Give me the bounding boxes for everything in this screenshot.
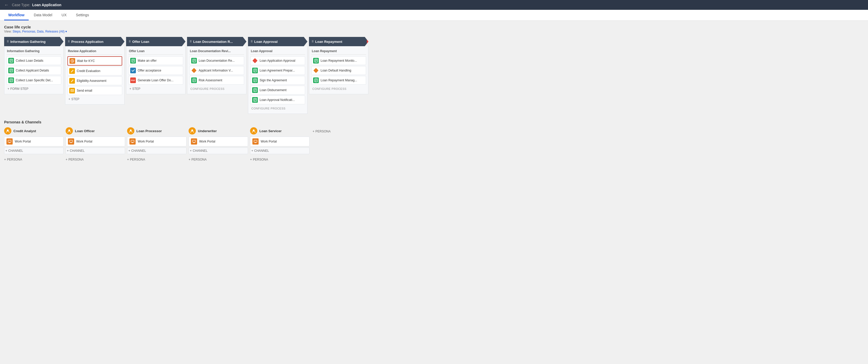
step-offer-acceptance[interactable]: Offer acceptance: [128, 66, 183, 75]
step-make-an-offer[interactable]: Make an offer: [128, 56, 183, 65]
tab-data-model[interactable]: Data Model: [30, 10, 57, 21]
step-loan-repayment-management[interactable]: Loan Repayment Manag...: [311, 76, 366, 85]
add-persona-button-right[interactable]: + PERSONA: [312, 128, 332, 134]
add-persona-bottom-5[interactable]: + PERSONA: [250, 157, 309, 162]
plus-icon: +: [127, 158, 129, 161]
step-credit-evaluation[interactable]: Credit Evaluation: [67, 67, 122, 75]
add-form-step-button[interactable]: + FORM STEP: [6, 86, 61, 92]
persona-header-loan-officer: Loan Officer: [66, 127, 125, 134]
tab-settings[interactable]: Settings: [72, 10, 93, 21]
step-icon-form: [130, 58, 136, 64]
step-label: Loan Application Approval: [259, 59, 295, 63]
step-label: Collect Loan Details: [16, 59, 43, 63]
add-channel-label: CHANNEL: [131, 149, 146, 153]
stage-sub-header: Information Gathering: [6, 48, 61, 55]
workflow-columns: ⠿ Information Gathering Information Gath…: [4, 37, 864, 114]
configure-process-approval[interactable]: CONFIGURE PROCESS: [250, 105, 305, 111]
step-collect-applicant-details[interactable]: Collect Applicant Details: [6, 66, 61, 75]
step-icon-form: [191, 58, 197, 64]
add-channel-button-credit-analyst[interactable]: + CHANNEL: [4, 147, 64, 154]
add-persona-label: PERSONA: [7, 158, 22, 161]
step-loan-disbursement[interactable]: Loan Disbursement: [250, 86, 305, 95]
add-channel-label: CHANNEL: [8, 149, 23, 153]
step-icon-form: [252, 68, 258, 73]
step-risk-assessment[interactable]: Risk Assessment: [189, 76, 244, 85]
tab-ux[interactable]: UX: [57, 10, 70, 21]
add-channel-button-loan-officer[interactable]: + CHANNEL: [66, 147, 125, 154]
avatar-underwriter: [189, 127, 196, 134]
step-sign-agreement[interactable]: Sign the Agreement: [250, 76, 305, 85]
step-eligibility-assessment[interactable]: Eligibility Assessment: [67, 76, 122, 85]
step-label: Eligibility Assessment: [77, 79, 106, 82]
add-channel-button-loan-servicer[interactable]: + CHANNEL: [250, 147, 309, 154]
step-icon-diamond: [191, 68, 197, 73]
stage-offer-loan: ⠿ Offer Loan Offer Loan Make an offer Of…: [126, 37, 185, 114]
channel-name: Work Portal: [138, 140, 154, 143]
top-bar: ← Case Type: Loan Application: [0, 0, 868, 10]
stage-header-process-application[interactable]: ⠿ Process Application: [65, 37, 125, 46]
plus-icon: +: [129, 87, 131, 91]
channel-work-portal-underwriter[interactable]: Work Portal: [189, 137, 248, 146]
step-wait-for-kyc[interactable]: Wait for KYC: [67, 56, 122, 66]
channel-work-portal-loan-processor[interactable]: Work Portal: [127, 137, 187, 146]
add-persona-bottom-3[interactable]: + PERSONA: [127, 157, 187, 162]
step-applicant-info-verification[interactable]: Applicant Information V...: [189, 66, 244, 75]
view-line[interactable]: View: Steps, Personas, Data, Releases (A…: [4, 30, 864, 33]
plus-icon: +: [4, 158, 6, 161]
back-button[interactable]: ←: [4, 2, 9, 8]
add-persona-bottom-2[interactable]: + PERSONA: [66, 157, 125, 162]
step-loan-repayment-monitoring[interactable]: Loan Repayment Monito...: [311, 56, 366, 65]
stage-header-loan-approval[interactable]: ⠿ Loan Approval: [248, 37, 307, 46]
stage-header-label: Loan Documentation R...: [193, 40, 233, 44]
configure-process-loan-doc[interactable]: CONFIGURE PROCESS: [189, 86, 244, 92]
channel-work-portal-loan-officer[interactable]: Work Portal: [66, 137, 125, 146]
add-persona-bottom-4[interactable]: + PERSONA: [189, 157, 248, 162]
drag-icon: ⠿: [190, 40, 192, 43]
add-channel-label: CHANNEL: [254, 149, 269, 153]
step-label: Sign the Agreement: [259, 78, 287, 82]
channel-name: Work Portal: [261, 140, 277, 143]
step-label: Loan Disbursement: [259, 88, 286, 92]
personas-title: Personas & Channels: [4, 120, 864, 124]
persona-header-loan-servicer: Loan Servicer: [250, 127, 309, 134]
stage-information-gathering: ⠿ Information Gathering Information Gath…: [4, 37, 64, 114]
drag-icon: ⠿: [129, 40, 131, 43]
configure-process-repayment[interactable]: CONFIGURE PROCESS: [311, 86, 366, 92]
step-loan-doc-review[interactable]: Loan Documentation Re...: [189, 56, 244, 65]
add-persona-label: PERSONA: [191, 158, 207, 161]
add-channel-button-underwriter[interactable]: + CHANNEL: [189, 147, 248, 154]
persona-header-loan-processor: Loan Processor: [127, 127, 187, 134]
plus-icon: +: [190, 149, 192, 153]
channel-icon-monitor: [191, 138, 197, 144]
add-channel-button-loan-processor[interactable]: + CHANNEL: [127, 147, 187, 154]
add-persona-bottom-1[interactable]: + PERSONA: [4, 157, 64, 162]
stage-header-loan-repayment[interactable]: ⠿ Loan Repayment: [309, 37, 368, 46]
step-collect-loan-details[interactable]: Collect Loan Details: [6, 56, 61, 65]
add-step-label: FORM STEP: [10, 87, 28, 91]
personas-row: Credit Analyst Work Portal + CHANNEL: [4, 127, 864, 154]
add-persona-right[interactable]: + PERSONA: [312, 127, 332, 134]
channel-work-portal-credit-analyst[interactable]: Work Portal: [4, 137, 64, 146]
bottom-add-persona-row: + PERSONA + PERSONA + PERSONA + PERSONA …: [4, 157, 864, 162]
step-collect-loan-specific[interactable]: Collect Loan Specific Det...: [6, 76, 61, 85]
drag-icon: ⠿: [312, 40, 314, 43]
add-step-button-process[interactable]: + STEP: [67, 96, 122, 102]
stage-header-information-gathering[interactable]: ⠿ Information Gathering: [4, 37, 64, 46]
channel-icon-monitor: [6, 138, 13, 144]
avatar-credit-analyst: [4, 127, 11, 134]
step-icon-form: [8, 68, 14, 73]
stage-header-offer-loan[interactable]: ⠿ Offer Loan: [126, 37, 185, 46]
step-loan-default-handling[interactable]: Loan Default Handling: [311, 66, 366, 75]
step-send-email[interactable]: Send email: [67, 86, 122, 95]
step-label: Loan Default Handling: [320, 69, 351, 72]
view-options[interactable]: Steps, Personas, Data, Releases (All) ▾: [12, 30, 67, 33]
step-loan-approval-notification[interactable]: Loan Approval Notificati...: [250, 96, 305, 104]
stage-header-loan-documentation[interactable]: ⠿ Loan Documentation R...: [187, 37, 246, 46]
tab-workflow[interactable]: Workflow: [4, 10, 29, 21]
step-loan-agreement-prep[interactable]: Loan Agreement Prepar...: [250, 66, 305, 75]
add-step-button-offer[interactable]: + STEP: [128, 86, 183, 92]
channel-work-portal-loan-servicer[interactable]: Work Portal: [250, 137, 309, 146]
step-loan-application-approval[interactable]: Loan Application Approval: [250, 56, 305, 65]
step-generate-loan-offer-doc[interactable]: PDF Generate Loan Offer Do...: [128, 76, 183, 85]
svg-rect-53: [8, 140, 11, 142]
